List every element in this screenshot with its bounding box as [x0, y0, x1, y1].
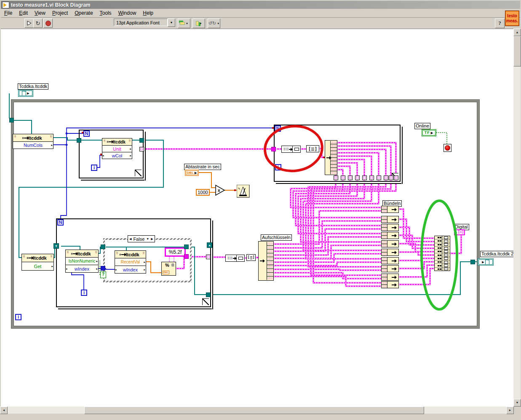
auto-index-tunnel[interactable] — [389, 175, 393, 180]
loop-count-terminal[interactable]: N — [275, 125, 281, 132]
format-into-string-node[interactable]: % DBL — [161, 262, 176, 276]
auto-index-tunnel[interactable] — [394, 175, 398, 180]
shift-register-right-icon[interactable]: ▲ — [207, 242, 212, 248]
tunnel[interactable] — [184, 245, 189, 249]
numeric-constant[interactable]: 1000 — [196, 189, 210, 196]
menu-help[interactable]: Help — [139, 9, 157, 17]
format-string-constant[interactable]: %5.2f — [165, 247, 186, 257]
vi-icon[interactable]: testo meas. — [505, 11, 519, 26]
multiply-node[interactable]: x — [215, 184, 226, 196]
bundle-node[interactable] — [381, 224, 399, 231]
wait-ms-node[interactable]: ✎ — [237, 185, 250, 198]
tunnel[interactable] — [9, 118, 14, 122]
auto-index-tunnel[interactable] — [355, 175, 360, 180]
reorder-button[interactable]: ↺↻▼ — [208, 19, 220, 28]
method-row[interactable]: Get — [22, 262, 53, 270]
index-array-expanded-node[interactable] — [258, 241, 274, 281]
bundle-node[interactable] — [381, 206, 399, 213]
font-dropdown-icon[interactable]: ▼ — [168, 19, 175, 27]
abort-button[interactable] — [43, 19, 53, 28]
vertical-scrollbar[interactable] — [513, 29, 521, 407]
auto-index-tunnel[interactable] — [139, 147, 144, 152]
horizontal-scroll-thumb[interactable] — [84, 407, 424, 414]
index-array-expanded-node[interactable] — [325, 140, 337, 175]
tunnel[interactable] — [206, 292, 211, 297]
bundle-node[interactable] — [381, 249, 399, 256]
scroll-right-button[interactable]: ► — [506, 407, 514, 414]
case-next-icon[interactable]: ▶ — [151, 237, 153, 241]
bundle-node[interactable] — [381, 265, 399, 272]
invoke-node-get[interactable]: Itcddk Get — [21, 254, 54, 271]
tunnel[interactable] — [470, 260, 475, 264]
tunnel[interactable] — [77, 138, 81, 143]
auto-index-tunnel[interactable] — [377, 175, 381, 180]
case-selector-label[interactable]: ◀ False ▼ ▶ — [128, 235, 155, 242]
boolean-control-terminal[interactable]: TF▶ — [422, 129, 436, 136]
property-node-recentval[interactable]: Itcddk RecentVal wIndex — [115, 250, 146, 274]
menu-project[interactable]: Project — [49, 9, 71, 17]
property-node-isnonnumeric[interactable]: Itcddk IsNonNumeric wIndex — [65, 250, 99, 273]
menu-view[interactable]: View — [31, 9, 49, 17]
auto-index-tunnel[interactable] — [362, 175, 367, 180]
menu-operate[interactable]: Operate — [71, 9, 96, 17]
bundle-node[interactable] — [381, 216, 399, 223]
loop-iteration-terminal[interactable]: i — [81, 290, 87, 296]
font-selector[interactable]: 13pt Application Font — [114, 19, 168, 26]
property-row[interactable]: Unit — [102, 146, 132, 152]
stop-led-terminal[interactable] — [444, 144, 452, 152]
context-help-button[interactable]: ? — [495, 19, 505, 28]
case-selector-terminal[interactable]: ? — [100, 271, 106, 278]
online-label[interactable]: Online — [414, 123, 430, 129]
source-terminal-label[interactable]: Tcddka.Itcddk — [18, 83, 48, 90]
menu-tools[interactable]: Tools — [96, 9, 115, 17]
run-continuous-button[interactable]: ↻ — [33, 19, 43, 28]
tunnel[interactable] — [139, 138, 144, 143]
property-node-numcols[interactable]: Itcddk NumCols — [13, 134, 53, 149]
auto-index-tunnel[interactable] — [348, 175, 353, 180]
tunnel[interactable] — [101, 266, 105, 271]
tunnel[interactable] — [101, 245, 105, 249]
index-array-node[interactable]: [] — [306, 145, 319, 152]
dbl-control-terminal[interactable]: DBL▶ — [185, 170, 199, 176]
align-objects-button[interactable]: ▼ — [178, 19, 190, 28]
run-button[interactable] — [24, 19, 34, 28]
auto-index-tunnel[interactable] — [384, 175, 388, 180]
refnum-indicator-terminal[interactable]: ▶ — [478, 258, 494, 266]
cluster-array-indicator-terminal[interactable]: ▶[∷] — [454, 229, 465, 235]
case-prev-icon[interactable]: ◀ — [129, 237, 131, 241]
property-row[interactable]: wIndex — [66, 265, 98, 272]
refnum-control-terminal[interactable]: ▶ — [18, 90, 33, 97]
while-loop-iteration-terminal[interactable]: i — [15, 314, 21, 320]
sample-rate-label[interactable]: Abtastrate in sec — [184, 164, 221, 170]
auto-index-tunnel[interactable] — [334, 175, 338, 180]
bundle-node[interactable] — [381, 257, 399, 264]
sink-terminal-label[interactable]: Tcddka.Itcddk 2 — [480, 251, 515, 257]
scroll-up-button[interactable]: ▲ — [513, 29, 521, 36]
property-row[interactable]: wCol — [102, 152, 132, 159]
bundle-node[interactable] — [381, 274, 399, 281]
shift-register-left-icon[interactable]: ▼ — [53, 243, 59, 249]
auto-index-tunnel[interactable] — [206, 255, 211, 259]
bundle-node[interactable] — [381, 232, 399, 239]
property-node-unit[interactable]: Itcddk Unit wCol — [102, 138, 132, 159]
loop-count-terminal[interactable]: N — [57, 219, 64, 226]
bundle-node[interactable] — [381, 281, 399, 288]
distribute-objects-button[interactable]: ▼ — [192, 19, 205, 28]
loop-iteration-terminal[interactable]: i — [275, 164, 281, 170]
auto-index-tunnel[interactable] — [369, 175, 374, 180]
spreadsheet-string-to-array-node[interactable]: ||| — [281, 146, 301, 153]
menu-edit[interactable]: Edit — [16, 9, 31, 17]
loop-iteration-terminal[interactable]: i — [91, 165, 97, 171]
menu-window[interactable]: Window — [115, 9, 140, 17]
build-array-node[interactable] — [434, 236, 450, 271]
auto-index-tunnel[interactable] — [341, 175, 345, 180]
property-row[interactable]: wIndex — [115, 266, 146, 273]
case-dropdown-icon[interactable]: ▼ — [146, 237, 149, 240]
tunnel[interactable] — [271, 147, 276, 152]
property-row[interactable]: RecentVal — [115, 258, 146, 266]
title-bar[interactable]: testo measure1.vi Block Diagram — [1, 1, 520, 9]
loop-count-terminal[interactable]: N — [83, 130, 90, 137]
spreadsheet-string-to-array-node[interactable]: ||| — [225, 255, 245, 262]
property-row[interactable]: NumCols — [13, 142, 53, 149]
menu-file[interactable]: File — [1, 9, 16, 17]
